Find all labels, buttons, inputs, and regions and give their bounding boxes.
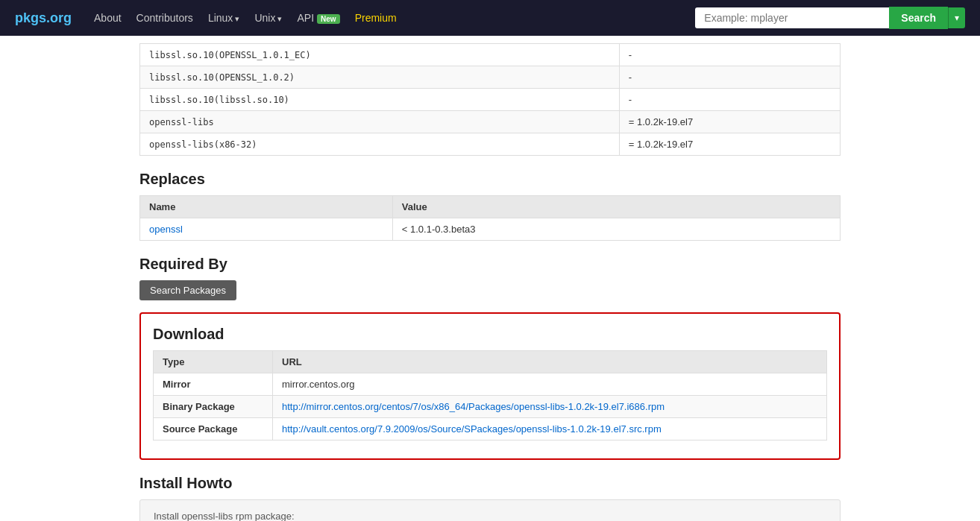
nav-about[interactable]: About (94, 12, 122, 24)
download-type: Source Package (154, 418, 273, 441)
brand-logo[interactable]: pkgs.org (15, 10, 72, 26)
nav-linux[interactable]: Linux (208, 12, 240, 24)
main-content: libssl.so.10(OPENSSL_1.0.1_EC)-libssl.so… (125, 36, 855, 521)
replaces-name[interactable]: openssl (140, 218, 393, 241)
provides-value: = 1.0.2k-19.el7 (619, 133, 840, 156)
navbar: pkgs.org About Contributors Linux Unix A… (0, 0, 980, 36)
replaces-row: openssl< 1.0.1-0.3.beta3 (140, 218, 841, 241)
nav-links: About Contributors Linux Unix APINew Pre… (94, 12, 695, 24)
provides-row: libssl.so.10(OPENSSL_1.0.2)- (140, 66, 841, 89)
nav-unix[interactable]: Unix (254, 12, 282, 24)
provides-name: libssl.so.10(OPENSSL_1.0.2) (140, 66, 620, 89)
provides-name: openssl-libs(x86-32) (140, 133, 620, 156)
search-dropdown-button[interactable]: ▾ (948, 7, 965, 28)
provides-value: - (619, 66, 840, 89)
download-url[interactable]: http://vault.centos.org/7.9.2009/os/Sour… (273, 418, 827, 441)
api-badge: New (317, 14, 340, 24)
provides-value: - (619, 44, 840, 66)
provides-name: libssl.so.10(libssl.so.10) (140, 89, 620, 111)
download-url[interactable]: http://mirror.centos.org/centos/7/os/x86… (273, 396, 827, 418)
install-description: Install openssl-libs rpm package: (154, 511, 826, 521)
replaces-col-value: Value (392, 196, 840, 218)
provides-value: = 1.0.2k-19.el7 (619, 111, 840, 133)
install-box: Install openssl-libs rpm package: # yum … (139, 499, 841, 521)
download-col-url: URL (273, 351, 827, 373)
search-packages-button[interactable]: Search Packages (139, 280, 236, 300)
replaces-value: < 1.0.1-0.3.beta3 (392, 218, 840, 241)
required-by-heading: Required By (139, 256, 841, 273)
provides-name: libssl.so.10(OPENSSL_1.0.1_EC) (140, 44, 620, 66)
replaces-table: Name Value openssl< 1.0.1-0.3.beta3 (139, 195, 841, 241)
download-row: Source Packagehttp://vault.centos.org/7.… (154, 418, 827, 441)
install-howto-heading: Install Howto (139, 475, 841, 492)
provides-row: openssl-libs(x86-32)= 1.0.2k-19.el7 (140, 133, 841, 156)
download-row: Mirrormirror.centos.org (154, 373, 827, 396)
nav-api[interactable]: APINew (297, 12, 339, 24)
nav-premium[interactable]: Premium (355, 12, 397, 24)
download-section: Download Type URL Mirrormirror.centos.or… (139, 312, 841, 460)
provides-row: libssl.so.10(OPENSSL_1.0.1_EC)- (140, 44, 841, 66)
provides-name: openssl-libs (140, 111, 620, 133)
replaces-heading: Replaces (139, 171, 841, 188)
download-col-type: Type (154, 351, 273, 373)
provides-value: - (619, 89, 840, 111)
search-button[interactable]: Search (889, 7, 948, 29)
download-row: Binary Packagehttp://mirror.centos.org/c… (154, 396, 827, 418)
provides-row: openssl-libs= 1.0.2k-19.el7 (140, 111, 841, 133)
brand-text: pkgs.org (15, 10, 72, 25)
provides-row: libssl.so.10(libssl.so.10)- (140, 89, 841, 111)
replaces-col-name: Name (140, 196, 393, 218)
download-type: Binary Package (154, 396, 273, 418)
provides-table: libssl.so.10(OPENSSL_1.0.1_EC)-libssl.so… (139, 43, 841, 156)
download-url: mirror.centos.org (273, 373, 827, 396)
search-input[interactable] (695, 7, 889, 28)
nav-contributors[interactable]: Contributors (136, 12, 193, 24)
download-type: Mirror (154, 373, 273, 396)
search-area: Search ▾ (695, 7, 965, 29)
download-table: Type URL Mirrormirror.centos.orgBinary P… (153, 350, 827, 441)
download-heading: Download (153, 326, 827, 343)
